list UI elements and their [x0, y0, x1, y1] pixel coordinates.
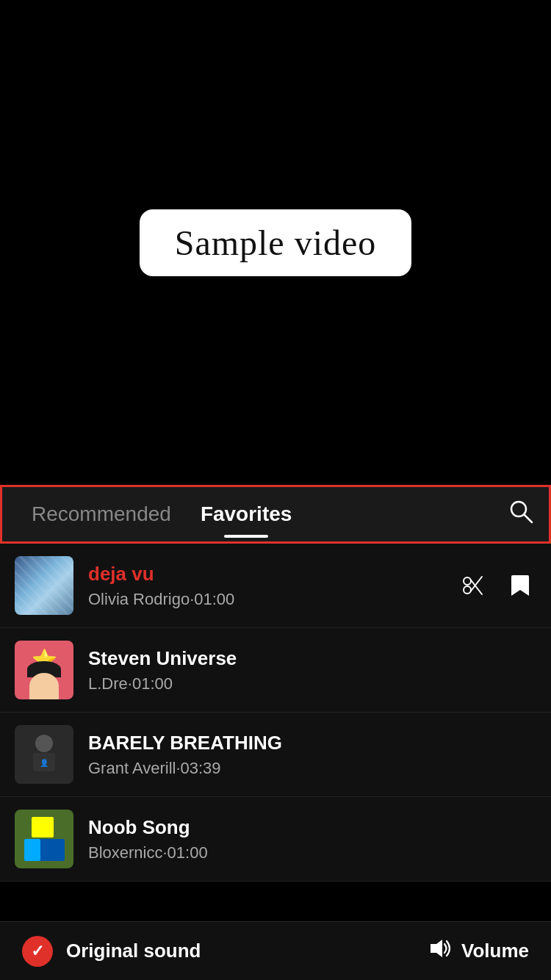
search-button[interactable] [508, 498, 534, 530]
svg-line-1 [525, 515, 532, 522]
music-list: deja vu Olivia Rodrigo·01:00 ⭐ [0, 544, 551, 882]
music-title-deja-vu: deja vu [88, 563, 457, 586]
music-item-barely[interactable]: 👤 BARELY BREATHING Grant Averill·03:39 [0, 713, 551, 797]
tab-favorites[interactable]: Favorites [186, 489, 307, 539]
music-title-barely: BARELY BREATHING [88, 732, 536, 754]
music-actions-deja-vu [457, 569, 536, 602]
music-info-steven: Steven Universe L.Dre·01:00 [88, 647, 536, 693]
album-art-steven: ⭐ [15, 641, 73, 699]
album-art-deja-vu [15, 556, 73, 615]
svg-point-3 [464, 586, 471, 594]
music-meta-deja-vu: Olivia Rodrigo·01:00 [88, 590, 457, 609]
scissors-button[interactable] [457, 569, 489, 602]
album-art-noob [15, 810, 73, 868]
svg-marker-12 [431, 940, 442, 957]
svg-point-6 [35, 735, 53, 752]
music-info-barely: BARELY BREATHING Grant Averill·03:39 [88, 732, 536, 778]
music-meta-barely: Grant Averill·03:39 [88, 759, 536, 778]
video-player: Sample video [0, 0, 551, 485]
original-sound-label[interactable]: Original sound [66, 940, 201, 962]
tab-recommended[interactable]: Recommended [17, 489, 186, 539]
checkmark-icon: ✓ [31, 942, 44, 961]
svg-line-4 [471, 580, 483, 594]
music-info-deja-vu: deja vu Olivia Rodrigo·01:00 [88, 563, 457, 609]
music-meta-noob: Bloxernicc·01:00 [88, 843, 536, 862]
music-item-steven[interactable]: ⭐ Steven Universe L.Dre·01:00 [0, 628, 551, 713]
svg-line-5 [471, 577, 483, 591]
svg-point-0 [511, 502, 526, 516]
tabs-bar: Recommended Favorites [0, 485, 551, 544]
volume-icon [428, 938, 453, 964]
music-title-noob: Noob Song [88, 816, 536, 839]
music-meta-steven: L.Dre·01:00 [88, 674, 536, 693]
music-info-noob: Noob Song Bloxernicc·01:00 [88, 816, 536, 862]
original-sound-check[interactable]: ✓ [22, 936, 53, 967]
bottom-bar: ✓ Original sound Volume [0, 921, 551, 980]
svg-rect-11 [24, 839, 40, 861]
sample-video-text: Sample video [175, 223, 377, 263]
music-item-deja-vu[interactable]: deja vu Olivia Rodrigo·01:00 [0, 544, 551, 628]
album-art-barely: 👤 [15, 725, 73, 784]
svg-text:👤: 👤 [40, 758, 49, 768]
volume-button[interactable]: Volume [428, 938, 529, 964]
music-item-noob[interactable]: Noob Song Bloxernicc·01:00 [0, 797, 551, 882]
bookmark-button[interactable] [504, 569, 536, 602]
svg-rect-9 [32, 817, 54, 837]
music-title-steven: Steven Universe [88, 647, 536, 670]
svg-point-2 [464, 577, 471, 585]
sample-video-overlay: Sample video [140, 209, 412, 276]
volume-label: Volume [461, 940, 529, 962]
